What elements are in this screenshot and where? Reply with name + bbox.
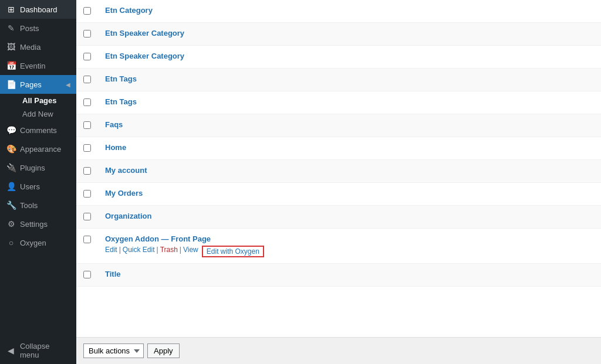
row-action-view[interactable]: View [183,246,198,257]
page-title-link[interactable]: Oxygen Addon — Front Page [105,234,211,243]
pages-submenu: All Pages Add New [0,94,76,121]
posts-icon: ✎ [6,23,16,33]
sidebar-item-dashboard[interactable]: ⊞ Dashboard [0,0,76,19]
table-row: Oxygen Addon — Front PageEdit | Quick Ed… [76,229,601,264]
table-row: Etn Tags [76,91,601,114]
sidebar-item-label: Users [20,182,40,191]
row-checkbox[interactable] [83,30,91,38]
main-content: Etn CategoryEtn Speaker CategoryEtn Spea… [76,0,601,364]
sidebar-item-pages[interactable]: 📄 Pages ◀ [0,75,76,94]
page-title-link[interactable]: Etn Speaker Category [105,29,184,38]
table-row: Etn Speaker Category [76,23,601,46]
page-title-link[interactable]: My account [105,166,147,175]
page-title-link[interactable]: Title [105,270,121,278]
row-action-edit[interactable]: Edit [105,246,117,257]
edit-with-oxygen-button[interactable]: Edit with Oxygen [202,246,264,257]
row-action-quick-edit[interactable]: Quick Edit [123,246,155,257]
row-action-separator: | [157,246,158,257]
sidebar-item-posts[interactable]: ✎ Posts [0,19,76,38]
comments-icon: 💬 [6,125,16,135]
users-icon: 👤 [6,182,16,191]
sidebar-item-appearance[interactable]: 🎨 Appearance [0,140,76,158]
collapse-icon: ◀ [6,346,16,355]
row-actions: Edit | Quick Edit | Trash | View Edit wi… [105,246,594,257]
sidebar-item-label: Oxygen [20,239,46,247]
sidebar-item-oxygen[interactable]: ○ Oxygen [0,233,76,252]
table-row: Title [76,264,601,287]
sidebar-item-label: Dashboard [20,5,58,14]
page-title-link[interactable]: Etn Category [105,6,153,15]
sidebar-item-plugins[interactable]: 🔌 Plugins [0,158,76,177]
sidebar-item-label: Appearance [20,145,61,154]
row-checkbox[interactable] [83,213,91,220]
page-title-link[interactable]: Home [105,143,126,152]
sidebar-item-label: Settings [20,220,48,229]
sidebar-item-label: Plugins [20,164,45,172]
table-row: Organization [76,206,601,229]
row-checkbox[interactable] [83,190,91,198]
sidebar: ⊞ Dashboard ✎ Posts 🖼 Media 📅 Eventin 📄 … [0,0,76,364]
row-action-separator: | [119,246,121,257]
row-checkbox[interactable] [83,144,91,152]
bottom-bar: Bulk actions Apply [76,337,601,364]
row-action-trash[interactable]: Trash [160,246,178,257]
pages-list: Etn CategoryEtn Speaker CategoryEtn Spea… [76,0,601,337]
pages-icon: 📄 [6,80,16,89]
row-checkbox[interactable] [83,236,91,243]
collapse-menu[interactable]: ◀ Collapse menu [0,337,76,364]
row-checkbox[interactable] [83,167,91,175]
sidebar-item-label: Tools [20,201,38,210]
page-title-link[interactable]: My Orders [105,189,143,198]
table-row: My Orders [76,183,601,206]
sidebar-item-eventin[interactable]: 📅 Eventin [0,56,76,75]
page-title-link[interactable]: Faqs [105,120,123,129]
bulk-actions-select[interactable]: Bulk actions [83,343,144,358]
plugins-icon: 🔌 [6,163,16,172]
dashboard-icon: ⊞ [6,5,16,14]
table-row: Etn Category [76,0,601,23]
sidebar-item-comments[interactable]: 💬 Comments [0,121,76,140]
table-row: Etn Tags [76,69,601,91]
sidebar-sub-add-new[interactable]: Add New [6,107,76,121]
page-title-link[interactable]: Etn Speaker Category [105,52,184,60]
media-icon: 🖼 [6,42,16,52]
oxygen-icon: ○ [6,238,16,247]
sidebar-sub-all-pages[interactable]: All Pages [6,94,76,107]
table-row: Home [76,137,601,160]
pages-table: Etn CategoryEtn Speaker CategoryEtn Spea… [76,0,601,287]
pages-arrow-icon: ◀ [66,81,70,88]
table-row: Faqs [76,114,601,137]
row-checkbox[interactable] [83,76,91,83]
page-title-link[interactable]: Etn Tags [105,97,137,106]
settings-icon: ⚙ [6,219,16,229]
sidebar-item-media[interactable]: 🖼 Media [0,38,76,56]
page-title-link[interactable]: Organization [105,212,151,220]
sidebar-item-label: Posts [20,24,39,33]
sidebar-item-settings[interactable]: ⚙ Settings [0,215,76,233]
eventin-icon: 📅 [6,61,16,70]
row-checkbox[interactable] [83,271,91,278]
tools-icon: 🔧 [6,200,16,210]
row-checkbox[interactable] [83,53,91,60]
table-row: My account [76,160,601,183]
sidebar-item-label: Pages [20,80,42,89]
apply-button[interactable]: Apply [147,343,180,358]
row-checkbox[interactable] [83,98,91,106]
sidebar-item-label: Comments [20,126,57,135]
appearance-icon: 🎨 [6,144,16,154]
sidebar-item-label: Eventin [20,62,45,70]
collapse-menu-label: Collapse menu [20,342,70,359]
sidebar-item-tools[interactable]: 🔧 Tools [0,196,76,215]
table-row: Etn Speaker Category [76,46,601,69]
row-action-separator: | [180,246,181,257]
row-checkbox[interactable] [83,121,91,129]
sidebar-item-users[interactable]: 👤 Users [0,177,76,196]
row-checkbox[interactable] [83,7,91,15]
page-title-link[interactable]: Etn Tags [105,74,137,83]
sidebar-item-label: Media [20,43,40,52]
